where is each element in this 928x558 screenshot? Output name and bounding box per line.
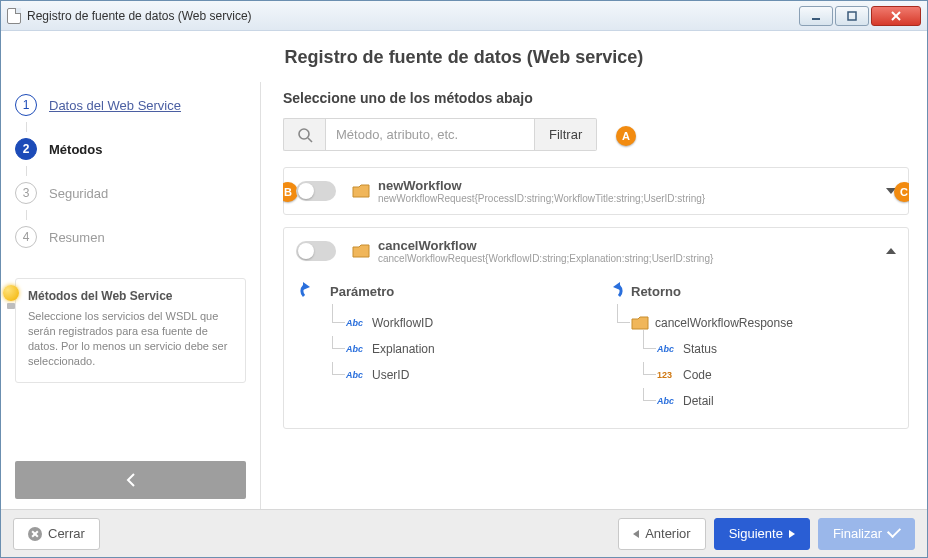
method-list: B newWorkflow newWorkflowRequest{Process… — [283, 167, 909, 509]
tree-item-label: Status — [683, 342, 717, 356]
step-connector — [26, 122, 27, 132]
content: Seleccione uno de los métodos abajo Filt… — [261, 82, 927, 509]
tree-item[interactable]: AbcWorkflowID — [346, 310, 591, 336]
collapse-caret-up-icon[interactable] — [886, 248, 896, 254]
titlebar: Registro de fuente de datos (Web service… — [1, 1, 927, 31]
tree-item-label: UserID — [372, 368, 409, 382]
method-signature: cancelWorkflowRequest{WorkflowID:string;… — [378, 253, 886, 264]
output-arrow-icon — [601, 282, 623, 300]
close-button-label: Cerrar — [48, 526, 85, 541]
method-header: cancelWorkflow cancelWorkflowRequest{Wor… — [284, 228, 908, 274]
step-number: 1 — [15, 94, 37, 116]
tree-item[interactable]: AbcDetail — [657, 388, 892, 414]
type-string-icon: Abc — [657, 396, 677, 406]
param-tree: AbcWorkflowID AbcExplanation AbcUserID — [326, 310, 591, 388]
callout-a: A — [616, 126, 636, 146]
param-return-columns: Parámetro AbcWorkflowID AbcExplanation A… — [300, 278, 892, 414]
method-toggle[interactable] — [296, 241, 336, 261]
type-string-icon: Abc — [346, 370, 366, 380]
step-number: 4 — [15, 226, 37, 248]
input-arrow-icon — [300, 282, 322, 300]
step-summary[interactable]: 4 Resumen — [15, 220, 246, 254]
tree-item[interactable]: cancelWorkflowResponse — [631, 310, 892, 336]
step-web-service-data[interactable]: 1 Datos del Web Service — [15, 88, 246, 122]
minimize-button[interactable] — [799, 6, 833, 26]
filter-button[interactable]: Filtrar — [535, 118, 597, 151]
svg-rect-1 — [848, 12, 856, 20]
prev-button[interactable]: Anterior — [618, 518, 706, 550]
type-string-icon: Abc — [346, 318, 366, 328]
method-body: Parámetro AbcWorkflowID AbcExplanation A… — [284, 278, 908, 428]
step-security[interactable]: 3 Seguridad — [15, 176, 246, 210]
tree-item-label: WorkflowID — [372, 316, 433, 330]
folder-icon — [631, 316, 649, 330]
tree-item[interactable]: AbcUserID — [346, 362, 591, 388]
step-connector — [26, 210, 27, 220]
chevron-right-icon — [789, 530, 795, 538]
lightbulb-icon — [2, 285, 20, 309]
param-column: Parámetro AbcWorkflowID AbcExplanation A… — [300, 278, 591, 414]
sidebar: 1 Datos del Web Service 2 Métodos 3 Segu… — [1, 82, 261, 509]
method-signature: newWorkflowRequest{ProcessID:string;Work… — [378, 193, 886, 204]
method-card-newWorkflow: B newWorkflow newWorkflowRequest{Process… — [283, 167, 909, 215]
method-card-cancelWorkflow: cancelWorkflow cancelWorkflowRequest{Wor… — [283, 227, 909, 429]
callout-c: C — [894, 182, 909, 202]
tree-item-label: Code — [683, 368, 712, 382]
window-title: Registro de fuente de datos (Web service… — [27, 9, 797, 23]
tree-item-label: Explanation — [372, 342, 435, 356]
search-icon — [283, 118, 325, 151]
main-columns: 1 Datos del Web Service 2 Métodos 3 Segu… — [1, 82, 927, 509]
window-frame: Registro de fuente de datos (Web service… — [0, 0, 928, 558]
method-text: newWorkflow newWorkflowRequest{ProcessID… — [378, 178, 886, 204]
param-header: Parámetro — [300, 282, 591, 300]
chevron-left-icon — [633, 530, 639, 538]
window-doc-icon — [7, 8, 21, 24]
method-toggle[interactable] — [296, 181, 336, 201]
return-children: AbcStatus 123Code AbcDetail — [631, 336, 892, 414]
close-window-button[interactable] — [871, 6, 921, 26]
svg-point-4 — [299, 129, 309, 139]
back-button[interactable] — [15, 461, 246, 499]
hint-box: Métodos del Web Service Seleccione los s… — [15, 278, 246, 383]
footer: Cerrar Anterior Siguiente Finalizar — [1, 509, 927, 557]
page-title: Registro de fuente de datos (Web service… — [1, 31, 927, 82]
return-column: Retorno cancelWorkflowResponse A — [601, 278, 892, 414]
tree-item-label: cancelWorkflowResponse — [655, 316, 793, 330]
tree-item[interactable]: AbcStatus — [657, 336, 892, 362]
method-name: newWorkflow — [378, 178, 886, 193]
hint-desc: Seleccione los servicios del WSDL que se… — [28, 309, 233, 368]
next-button-label: Siguiente — [729, 526, 783, 541]
finish-button-label: Finalizar — [833, 526, 882, 541]
step-methods[interactable]: 2 Métodos — [15, 132, 246, 166]
finish-button[interactable]: Finalizar — [818, 518, 915, 550]
step-connector — [26, 166, 27, 176]
body: Registro de fuente de datos (Web service… — [1, 31, 927, 557]
return-tree: cancelWorkflowResponse AbcStatus 123Code… — [611, 310, 892, 414]
search-row: Filtrar A — [283, 118, 909, 151]
step-number: 2 — [15, 138, 37, 160]
hint-title: Métodos del Web Service — [28, 289, 233, 303]
param-header-label: Parámetro — [330, 284, 394, 299]
method-name: cancelWorkflow — [378, 238, 886, 253]
search-input[interactable] — [325, 118, 535, 151]
svg-line-5 — [308, 138, 312, 142]
maximize-button[interactable] — [835, 6, 869, 26]
tree-item-label: Detail — [683, 394, 714, 408]
content-heading: Seleccione uno de los métodos abajo — [283, 90, 909, 106]
next-button[interactable]: Siguiente — [714, 518, 810, 550]
step-label: Seguridad — [49, 186, 108, 201]
chevron-left-icon — [124, 473, 138, 487]
step-label: Datos del Web Service — [49, 98, 181, 113]
step-label: Métodos — [49, 142, 102, 157]
tree-item[interactable]: AbcExplanation — [346, 336, 591, 362]
return-header: Retorno — [601, 282, 892, 300]
tree-item[interactable]: 123Code — [657, 362, 892, 388]
return-header-label: Retorno — [631, 284, 681, 299]
svg-marker-6 — [303, 282, 310, 290]
step-number: 3 — [15, 182, 37, 204]
type-string-icon: Abc — [346, 344, 366, 354]
method-text: cancelWorkflow cancelWorkflowRequest{Wor… — [378, 238, 886, 264]
svg-marker-7 — [613, 282, 620, 290]
close-button[interactable]: Cerrar — [13, 518, 100, 550]
check-icon — [888, 526, 900, 541]
